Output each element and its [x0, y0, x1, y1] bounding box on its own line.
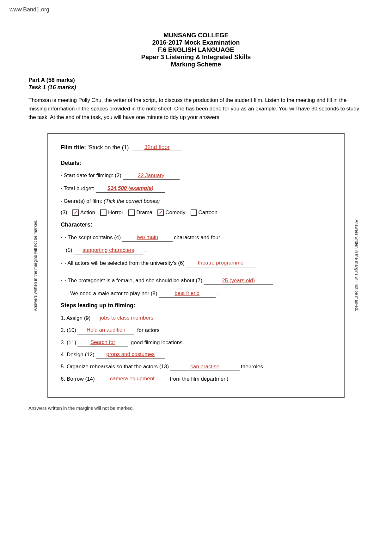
drama-checkbox: [128, 209, 135, 216]
cartoon-checkbox: [191, 209, 197, 216]
genre-label: · Genre(s) of film:: [61, 197, 102, 205]
step6-pre: 6. Borrow (14): [61, 376, 96, 382]
char4-pre: · The protagonist is a female, and she s…: [65, 277, 202, 285]
char-line2: (5) supporting characters .: [61, 246, 331, 255]
char3-blank: theatre programme: [186, 259, 255, 267]
step-4: 4. Design (12)props and costumes: [61, 350, 331, 359]
start-date-answer: 22 January: [138, 172, 164, 178]
genre-comedy: ✓ Comedy: [157, 209, 185, 216]
step4-pre: 4. Design (12): [61, 352, 95, 358]
footer-note: Answers written in the margins will not …: [28, 405, 364, 411]
budget-blank: $14,500 (example): [96, 184, 165, 193]
header-line1: MUNSANG COLLEGE: [28, 32, 364, 39]
note-box: Film title: 'Stuck on the (1) 32nd floor…: [47, 133, 345, 398]
char-line4: · · The protagonist is a female, and she…: [61, 277, 331, 285]
step2-answer: Hold an audition: [87, 327, 126, 333]
char1-answer: two main: [137, 234, 158, 240]
step2-blank: Hold an audition: [77, 326, 134, 334]
step-1: 1. Assign (9)jobs to class members: [61, 314, 331, 322]
char2-post: .: [144, 246, 146, 254]
characters-label: Characters:: [61, 221, 331, 228]
header: MUNSANG COLLEGE 2016-2017 Mock Examinati…: [28, 32, 364, 68]
char1-post: characters and four: [174, 234, 220, 242]
action-label: Action: [80, 209, 95, 216]
char5-answer: best friend: [175, 290, 199, 296]
genre-label-line: · Genre(s) of film: (Tick the correct bo…: [61, 197, 331, 205]
step6-answer: camera equipment: [110, 376, 155, 382]
film-title-answer: 32nd floor: [144, 144, 170, 150]
step-6: 6. Borrow (14) camera equipment from the…: [61, 375, 331, 383]
step4-blank: props and costumes: [96, 350, 165, 359]
char3-bullet: ·: [61, 259, 62, 267]
char1-blank: two main: [122, 233, 173, 242]
char4-blank: 25 (years old): [204, 277, 273, 285]
header-line5: Marking Scheme: [28, 61, 364, 68]
film-title-text: 'Stuck on the (1): [88, 144, 131, 151]
step3-number: 3. (11): [61, 340, 76, 346]
genre-cartoon: Cartoon: [191, 209, 217, 216]
char4-bullet: ·: [61, 277, 62, 285]
char3-answer: theatre programme: [198, 260, 244, 266]
step6-post: from the film department: [168, 376, 228, 382]
step3-blank: Search for: [77, 338, 128, 347]
step2-post: for actors: [136, 327, 160, 333]
start-date-blank: 22 January: [123, 171, 180, 180]
intro-text: Thomson is meeting Polly Chu, the writer…: [28, 96, 364, 122]
film-title-label: Film title:: [61, 144, 86, 151]
step3-post: good filming locations: [129, 340, 182, 346]
header-line3: F.6 ENGLISH LANGUAGE: [28, 46, 364, 53]
horror-checkbox: [100, 209, 107, 216]
char5-post: .: [217, 290, 218, 298]
char-line1: · · The script contains (4) two main cha…: [61, 233, 331, 242]
char1-bullet: ·: [61, 234, 62, 242]
step1-blank: jobs to class members: [92, 314, 162, 322]
char3-underline: [66, 272, 123, 272]
char5-blank: best friend: [159, 289, 216, 298]
budget-item: · Total budget: $14,500 (example): [61, 184, 331, 193]
comedy-label: Comedy: [165, 209, 185, 216]
char1-pre: · The script contains (4): [65, 234, 121, 242]
header-line4: Paper 3 Listening & Integrated Skills: [28, 53, 364, 61]
start-date-label: · Start date for filming: (2): [61, 171, 121, 180]
step1-answer: jobs to class members: [100, 315, 153, 321]
char4-answer: 25 (years old): [222, 278, 255, 284]
genre-horror: Horror: [100, 209, 123, 216]
step-5: 5. Organize rehearsals so that the actor…: [61, 363, 331, 371]
side-label-left: Answers written in the margins will not …: [33, 133, 38, 398]
step4-answer: props and costumes: [106, 351, 155, 357]
task-title: Task 1 (16 marks): [28, 84, 364, 91]
step1-number: 1. Assign (9): [61, 315, 91, 321]
budget-label: · Total budget:: [61, 184, 95, 193]
watermark: www.Band1.org: [9, 6, 49, 13]
budget-answer: $14,500 (example): [107, 185, 154, 191]
steps-label: Steps leading up to filming:: [61, 302, 331, 309]
part-title: Part A (58 marks): [28, 77, 364, 84]
step6-blank: camera equipment: [97, 375, 167, 383]
side-label-right: Answers written in the margins will not …: [354, 133, 359, 398]
genre-number: (3): [61, 209, 67, 216]
side-text-left: Answers written in the margins will not …: [33, 220, 38, 311]
header-line2: 2016-2017 Mock Examination: [28, 39, 364, 46]
char2-blank: supporting characters: [74, 246, 143, 255]
genre-drama: Drama: [128, 209, 152, 216]
char2-answer: supporting characters: [83, 247, 134, 253]
side-text-right: Answers written in the margins will not …: [354, 220, 359, 311]
film-title-end: ': [184, 144, 185, 151]
film-title-blank: 32nd floor: [132, 144, 182, 151]
step5-answer: can practise: [190, 364, 219, 370]
comedy-checkbox: ✓: [157, 209, 164, 216]
char2-pre: (5): [66, 246, 72, 254]
step-2: 2. (10)Hold an audition for actors: [61, 326, 331, 334]
char-line3: · · All actors will be selected from the…: [61, 259, 331, 267]
step5-roles: roles: [251, 363, 263, 371]
step5-pre: 5. Organize rehearsals so that the actor…: [61, 363, 169, 371]
drama-label: Drama: [136, 209, 152, 216]
outer-container: Answers written in the margins will not …: [28, 133, 364, 398]
char5-pre: We need a male actor to play her (8): [70, 290, 157, 298]
genre-row: (3) ✓ Action Horror Drama ✓ Comedy: [61, 209, 331, 216]
step3-answer: Search for: [90, 339, 115, 345]
genre-action: ✓ Action: [72, 209, 95, 216]
start-date-item: · Start date for filming: (2) 22 January: [61, 171, 331, 180]
step2-number: 2. (10): [61, 327, 76, 333]
action-checkbox: ✓: [72, 209, 79, 216]
